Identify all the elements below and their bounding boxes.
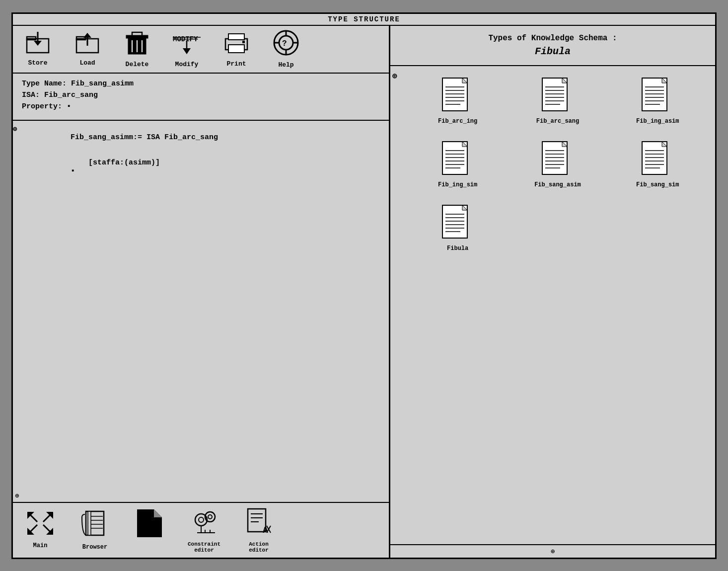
schema-item-fib-ing-sim[interactable]: Fib_ing_sim [410, 140, 505, 188]
constraint-label: Constraint editor [188, 541, 220, 553]
doc-icon-fibula [440, 203, 475, 243]
schema-label-fibula: Fibula [447, 245, 468, 252]
main-button[interactable]: Main [23, 511, 58, 549]
modify-icon: MODIFY [172, 30, 202, 60]
left-panel: Store Load [13, 26, 390, 558]
action-icon: A [245, 507, 273, 540]
doc-icon-fib-sang-sim [640, 140, 675, 179]
code-bottom-scroll: ⊕ [15, 491, 19, 500]
svg-point-49 [208, 515, 212, 519]
property-label: Property: [22, 102, 62, 111]
svg-marker-7 [83, 33, 91, 38]
schema-item-fib-arc-sang[interactable]: Fib_arc_sang [510, 76, 605, 125]
main-icon [26, 511, 54, 541]
doc-icon-fib-arc-ing [440, 76, 475, 116]
svg-point-47 [199, 517, 204, 522]
code-content: Fib_sang_asimm:= ISA Fib_arc_sang [staff… [26, 125, 383, 184]
schema-label-fib-sang-sim: Fib_sang_sim [636, 181, 679, 188]
svg-text:?: ? [282, 39, 287, 48]
load-icon [75, 32, 99, 58]
browser-button[interactable]: Browser [77, 509, 112, 551]
schema-label-fib-ing-asim: Fib_ing_asim [636, 118, 679, 125]
svg-rect-19 [228, 45, 244, 53]
type-button[interactable] [132, 509, 167, 551]
type-icon [137, 509, 162, 542]
schema-item-fibula[interactable]: Fibula [410, 203, 505, 252]
svg-text:MODIFY: MODIFY [173, 35, 198, 43]
svg-rect-38 [88, 511, 91, 535]
code-line1: Fib_sang_asimm:= ISA Fib_arc_sang [71, 133, 218, 142]
print-icon [223, 31, 249, 59]
load-label: Load [79, 59, 95, 67]
schema-item-fib-sang-sim[interactable]: Fib_sang_sim [610, 140, 705, 188]
doc-icon-fib-ing-asim [640, 76, 675, 116]
right-panel: Types of Knowledge Schema : Fibula ⊕ [390, 26, 715, 558]
browser-icon [81, 509, 109, 542]
svg-rect-10 [132, 32, 142, 36]
schema-label-fib-sang-asim: Fib_sang_asim [534, 181, 581, 188]
store-label: Store [28, 59, 47, 67]
doc-icon-fib-sang-asim [540, 140, 575, 179]
print-label: Print [226, 60, 246, 68]
print-button[interactable]: Print [221, 31, 251, 68]
store-button[interactable]: Store [23, 32, 53, 67]
info-section: Type Name: Fib_sang_asimm ISA: Fib_arc_s… [13, 74, 389, 121]
title-bar: TYPE STRUCTURE [13, 14, 715, 26]
svg-rect-20 [228, 34, 244, 40]
schema-label-fib-ing-sim: Fib_ing_sim [438, 181, 477, 188]
help-button[interactable]: ? Help [271, 30, 301, 69]
action-button[interactable]: A Action editor [241, 507, 276, 553]
schema-item-fib-sang-asim[interactable]: Fib_sang_asim [510, 140, 605, 188]
content-area: Store Load [13, 26, 715, 558]
type-name-label: Type Name: [22, 80, 67, 88]
window-title: TYPE STRUCTURE [328, 15, 400, 23]
isa-label: ISA: [22, 91, 40, 99]
main-label: Main [33, 542, 48, 549]
load-button[interactable]: Load [73, 32, 102, 67]
code-section[interactable]: ⊕ Fib_sang_asimm:= ISA Fib_arc_sang [sta… [13, 121, 389, 503]
right-header-title: Types of Knowledge Schema : [400, 34, 705, 43]
schema-grid: Fib_arc_ing [410, 76, 705, 252]
right-schema-name: Fibula [400, 46, 705, 57]
delete-button[interactable]: Delete [122, 30, 152, 68]
constraint-icon [190, 507, 218, 540]
delete-icon [125, 30, 149, 60]
browser-label: Browser [82, 544, 107, 551]
schema-label-fib-arc-sang: Fib_arc_sang [536, 118, 579, 125]
right-content: Fib_arc_ing [390, 66, 715, 544]
type-label [147, 544, 151, 551]
property-cursor: ▪ [67, 102, 71, 111]
schema-label-fib-arc-ing: Fib_arc_ing [438, 118, 477, 125]
help-icon: ? [273, 30, 299, 60]
doc-icon-fib-arc-sang [540, 76, 575, 116]
svg-rect-21 [242, 41, 245, 43]
isa-line: ISA: Fib_arc_sang [22, 91, 380, 99]
type-name-line: Type Name: Fib_sang_asimm [22, 80, 380, 88]
doc-icon-fib-ing-sim [440, 140, 475, 179]
schema-item-fib-arc-ing[interactable]: Fib_arc_ing [410, 76, 505, 125]
bottom-toolbar: Main [13, 503, 389, 558]
right-scroll-bottom: ⊕ [390, 544, 715, 558]
svg-marker-17 [183, 48, 191, 54]
action-label: Action editor [249, 541, 269, 553]
constraint-button[interactable]: Constraint editor [187, 507, 221, 553]
delete-label: Delete [126, 61, 149, 68]
isa-value: Fib_arc_sang [44, 91, 98, 99]
right-header: Types of Knowledge Schema : Fibula [390, 26, 715, 66]
toolbar: Store Load [13, 26, 389, 74]
modify-button[interactable]: MODIFY Modify [172, 30, 202, 68]
code-cursor: ▪ [71, 167, 75, 175]
type-name-value: Fib_sang_asimm [71, 80, 134, 88]
main-window: TYPE STRUCTURE Sto [11, 12, 717, 559]
code-scroll-indicator: ⊕ [13, 125, 17, 133]
code-line2: [staffa:(asimm)] [71, 159, 160, 167]
svg-marker-3 [34, 41, 42, 46]
property-line: Property: ▪ [22, 102, 380, 111]
schema-item-fib-ing-asim[interactable]: Fib_ing_asim [610, 76, 705, 125]
modify-label: Modify [175, 61, 199, 68]
store-icon [26, 32, 50, 58]
help-label: Help [278, 61, 293, 69]
